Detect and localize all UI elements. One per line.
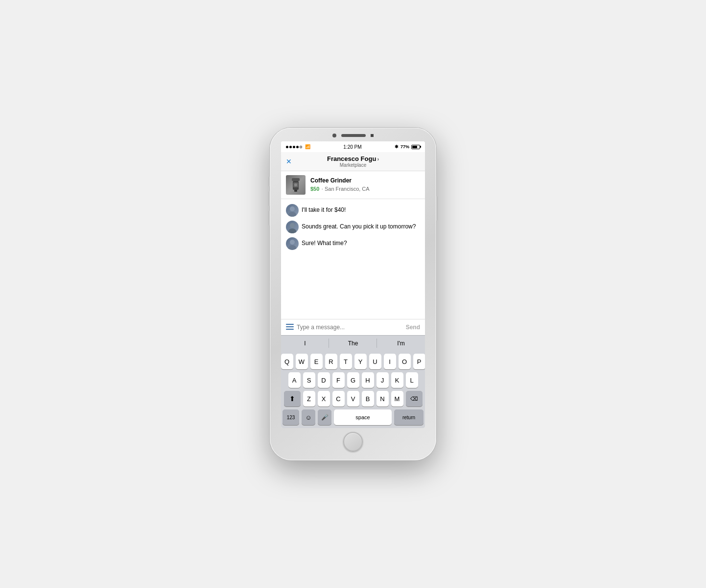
predictive-item-1[interactable]: I [281, 336, 329, 351]
key-w[interactable]: W [296, 354, 308, 369]
wifi-icon: 📶 [305, 144, 310, 149]
message-input-field[interactable] [297, 324, 403, 331]
predictive-text-bar: I The I'm [281, 335, 425, 351]
key-i[interactable]: I [384, 354, 396, 369]
key-h[interactable]: H [362, 372, 374, 388]
contact-name-row: Francesco Fogu › [327, 155, 379, 162]
avatar-3 [286, 237, 299, 250]
message-text-3: Sure! What time? [302, 237, 347, 248]
key-s[interactable]: S [303, 372, 315, 388]
svg-point-8 [288, 228, 296, 233]
avatar-image-1 [286, 204, 299, 217]
phone-screen: 📶 1:20 PM ✱ 77% ✕ Francesco Fogu › [281, 141, 425, 428]
svg-rect-13 [286, 329, 294, 330]
product-thumbnail [286, 175, 306, 195]
key-m[interactable]: M [391, 391, 403, 407]
key-l[interactable]: L [406, 372, 418, 388]
key-j[interactable]: J [377, 372, 389, 388]
keyboard-bottom-row: 123 ☺ 🎤 space return [282, 409, 424, 425]
microphone-key[interactable]: 🎤 [318, 409, 331, 425]
message-row-2: Sounds great. Can you pick it up tomorro… [286, 221, 420, 233]
product-price-location: $50 · San Francisco, CA [310, 184, 370, 193]
avatar-image-3 [286, 237, 299, 250]
product-image [286, 175, 306, 195]
product-location: San Francisco, CA [325, 186, 370, 192]
contact-name: Francesco Fogu [327, 155, 376, 162]
signal-bars [286, 146, 302, 148]
svg-point-7 [290, 223, 295, 228]
keyboard: Q W E R T Y U I O P A S D F G H J K [281, 351, 425, 428]
bluetooth-icon: ✱ [395, 144, 399, 149]
product-card[interactable]: Coffee Grinder $50 · San Francisco, CA [281, 171, 425, 199]
predictive-item-3[interactable]: I'm [377, 336, 425, 351]
battery-body [411, 145, 420, 149]
key-a[interactable]: A [288, 372, 301, 388]
key-p[interactable]: P [413, 354, 425, 369]
svg-point-4 [294, 183, 297, 186]
power-button[interactable] [436, 196, 438, 221]
key-q[interactable]: Q [281, 354, 293, 369]
avatar-1 [286, 204, 299, 217]
message-row-1: I'll take it for $40! [286, 204, 420, 217]
key-e[interactable]: E [310, 354, 323, 369]
svg-point-6 [288, 212, 296, 217]
key-z[interactable]: Z [303, 391, 315, 407]
nav-subtitle: Marketplace [327, 162, 379, 168]
signal-dot-1 [286, 146, 288, 148]
svg-rect-0 [292, 178, 300, 181]
close-button[interactable]: ✕ [286, 158, 292, 165]
menu-lines-icon[interactable] [286, 323, 294, 331]
home-button-area [275, 428, 431, 454]
numbers-key[interactable]: 123 [282, 409, 299, 425]
key-r[interactable]: R [325, 354, 337, 369]
product-info: Coffee Grinder $50 · San Francisco, CA [310, 177, 370, 193]
battery-icon [411, 145, 420, 149]
battery-fill [412, 146, 418, 148]
key-u[interactable]: U [369, 354, 381, 369]
svg-rect-3 [294, 190, 297, 192]
volume-up-button[interactable] [268, 191, 270, 206]
message-input-area: Send [281, 319, 425, 335]
proximity-sensor [371, 134, 374, 137]
key-n[interactable]: N [377, 391, 389, 407]
signal-dot-2 [289, 146, 292, 148]
key-v[interactable]: V [347, 391, 359, 407]
status-right: ✱ 77% [395, 144, 420, 149]
signal-dot-4 [296, 146, 299, 148]
key-t[interactable]: T [340, 354, 352, 369]
mute-button[interactable] [268, 177, 270, 186]
key-o[interactable]: O [399, 354, 411, 369]
return-key[interactable]: return [394, 409, 424, 425]
signal-dot-5 [300, 146, 302, 148]
key-k[interactable]: K [391, 372, 403, 388]
keyboard-row-3: ⬆ Z X C V B N M ⌫ [282, 391, 424, 407]
volume-down-button[interactable] [268, 211, 270, 226]
chevron-icon: › [377, 156, 379, 162]
key-c[interactable]: C [332, 391, 345, 407]
status-time: 1:20 PM [343, 144, 361, 150]
delete-key[interactable]: ⌫ [406, 391, 423, 407]
svg-point-10 [288, 245, 296, 250]
key-b[interactable]: B [362, 391, 374, 407]
nav-title-area: Francesco Fogu › Marketplace [327, 155, 379, 168]
send-button[interactable]: Send [406, 324, 420, 331]
key-g[interactable]: G [347, 372, 359, 388]
svg-rect-12 [286, 326, 294, 327]
earpiece-speaker [341, 134, 366, 137]
navigation-bar: ✕ Francesco Fogu › Marketplace [281, 152, 425, 171]
key-f[interactable]: F [332, 372, 345, 388]
emoji-key[interactable]: ☺ [302, 409, 315, 425]
messages-area: I'll take it for $40! Sounds great. Can … [281, 199, 425, 319]
shift-key[interactable]: ⬆ [284, 391, 301, 407]
home-button[interactable] [343, 432, 363, 452]
predictive-item-2[interactable]: The [329, 336, 377, 351]
message-text-2: Sounds great. Can you pick it up tomorro… [302, 221, 416, 231]
coffee-grinder-svg [287, 176, 305, 194]
product-price: $50 [310, 186, 319, 192]
front-camera [332, 134, 336, 137]
key-x[interactable]: X [318, 391, 330, 407]
key-y[interactable]: Y [354, 354, 367, 369]
space-key[interactable]: space [334, 409, 392, 425]
message-text-1: I'll take it for $40! [302, 204, 346, 214]
key-d[interactable]: D [318, 372, 330, 388]
